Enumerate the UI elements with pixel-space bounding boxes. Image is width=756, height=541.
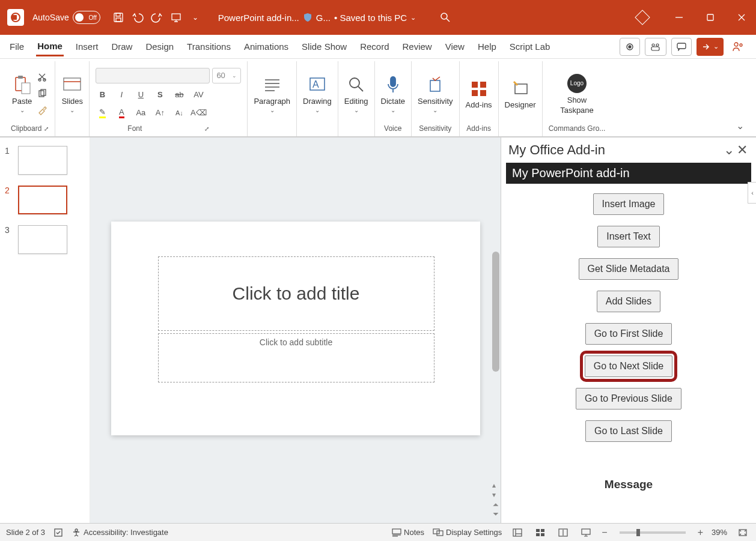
thumbnail-1[interactable]: 1 [5, 146, 85, 175]
addins-button[interactable]: Add-ins [466, 77, 492, 109]
document-name[interactable]: PowerPoint add-in... [218, 13, 299, 23]
add-slides-button[interactable]: Add Slides [597, 291, 661, 312]
tab-draw[interactable]: Draw [110, 38, 133, 55]
spellcheck-icon[interactable] [53, 528, 63, 537]
paragraph-button[interactable]: Paragraph ⌄ [254, 74, 290, 113]
nav-down-icon[interactable]: ▾ [492, 491, 499, 499]
save-icon[interactable] [112, 11, 124, 23]
slide-canvas[interactable]: Click to add title Click to add subtitle [111, 222, 480, 435]
taskpane-expand-icon[interactable]: ‹ [748, 182, 756, 204]
dictate-button[interactable]: Dictate ⌄ [381, 74, 405, 113]
collapse-ribbon-icon[interactable]: ⌄ [729, 115, 751, 136]
maximize-button[interactable] [703, 10, 718, 25]
nav-prev-icon[interactable]: ⏶ [492, 500, 499, 509]
editing-button[interactable]: Editing ⌄ [344, 74, 368, 113]
tab-slideshow[interactable]: Slide Show [300, 38, 348, 55]
accessibility-status[interactable]: Accessibility: Investigate [72, 528, 168, 537]
shrink-font-button[interactable]: A↓ [172, 106, 186, 119]
tab-scriptlab[interactable]: Script Lab [508, 38, 552, 55]
font-family-select[interactable] [96, 68, 210, 83]
paste-button[interactable]: Paste ⌄ [11, 74, 33, 113]
toggle-switch[interactable]: Off [73, 11, 100, 24]
shadow-button[interactable]: S [153, 88, 166, 101]
autosave-toggle[interactable]: AutoSave Off [32, 11, 100, 24]
copy-icon[interactable] [35, 87, 49, 100]
share-button[interactable]: ⌄ [697, 38, 724, 56]
subtitle-placeholder[interactable]: Click to add subtitle [158, 333, 434, 382]
nav-next-icon[interactable]: ⏷ [492, 510, 499, 518]
title-placeholder[interactable]: Click to add title [158, 256, 434, 331]
redo-icon[interactable] [151, 11, 163, 23]
underline-button[interactable]: U [134, 88, 147, 101]
drawing-button[interactable]: A Drawing ⌄ [303, 74, 332, 113]
zoom-in-icon[interactable]: + [698, 527, 703, 538]
zoom-slider[interactable] [620, 531, 686, 534]
dialog-launcher-icon[interactable]: ⤢ [44, 125, 49, 132]
taskpane-close-icon[interactable]: ✕ [736, 142, 749, 158]
character-spacing-button[interactable]: AV [192, 88, 205, 101]
zoom-level[interactable]: 39% [712, 528, 727, 537]
tab-help[interactable]: Help [477, 38, 498, 55]
thumbnail-2[interactable]: 2 [5, 186, 85, 214]
format-painter-icon[interactable] [35, 104, 49, 117]
clear-format-button[interactable]: A⌫ [192, 106, 205, 119]
sorter-view-icon[interactable] [533, 527, 547, 539]
goto-next-button[interactable]: Go to Next Slide [585, 355, 673, 377]
notes-button[interactable]: Notes [392, 528, 424, 537]
taskpane-menu-icon[interactable]: ⌄ [722, 142, 736, 158]
goto-last-button[interactable]: Go to Last Slide [585, 420, 672, 442]
tab-insert[interactable]: Insert [75, 38, 100, 55]
search-icon[interactable] [440, 12, 451, 23]
nav-up-icon[interactable]: ▴ [492, 481, 499, 489]
vertical-scrollbar[interactable] [492, 252, 499, 372]
saved-chevron-icon[interactable]: ⌄ [410, 14, 416, 22]
minimize-button[interactable] [672, 10, 686, 25]
font-size-select[interactable]: 60⌄ [212, 68, 241, 83]
tab-file[interactable]: File [8, 38, 25, 55]
slideshow-view-icon[interactable] [579, 527, 593, 539]
undo-icon[interactable] [132, 11, 144, 23]
goto-first-button[interactable]: Go to First Slide [585, 323, 672, 345]
cut-icon[interactable] [35, 70, 49, 83]
goto-prev-button[interactable]: Go to Previous Slide [576, 388, 681, 410]
dialog-launcher-icon[interactable]: ⤢ [204, 125, 209, 132]
tab-transitions[interactable]: Transitions [186, 38, 232, 55]
font-color-button[interactable]: A [115, 106, 128, 119]
tab-review[interactable]: Review [401, 38, 433, 55]
close-button[interactable] [734, 10, 749, 25]
slide-editor[interactable]: Click to add title Click to add subtitle… [90, 138, 501, 523]
tab-design[interactable]: Design [144, 38, 175, 55]
premium-icon[interactable] [637, 12, 648, 23]
reading-view-icon[interactable] [556, 527, 570, 539]
show-taskpane-button[interactable]: Logo Show Taskpane [560, 73, 594, 115]
camera-button[interactable] [620, 38, 640, 56]
thumbnail-3[interactable]: 3 [5, 225, 85, 254]
saved-status[interactable]: • Saved to this PC [334, 13, 407, 23]
fit-window-icon[interactable] [736, 527, 750, 539]
grow-font-button[interactable]: A↑ [153, 106, 166, 119]
insert-image-button[interactable]: Insert Image [593, 193, 665, 215]
normal-view-icon[interactable] [510, 527, 525, 539]
bold-button[interactable]: B [96, 88, 109, 101]
tab-view[interactable]: View [444, 38, 466, 55]
designer-button[interactable]: Designer [505, 77, 536, 109]
display-settings-button[interactable]: Display Settings [433, 528, 502, 537]
insert-text-button[interactable]: Insert Text [597, 226, 660, 247]
present-icon[interactable] [170, 11, 182, 23]
collab-icon[interactable] [728, 41, 748, 52]
teams-button[interactable] [645, 38, 666, 56]
strikethrough-button[interactable]: ab [172, 88, 186, 101]
qat-more-icon[interactable]: ⌄ [189, 11, 201, 23]
highlight-button[interactable]: ✎ [96, 106, 109, 119]
slides-button[interactable]: Slides ⌄ [61, 74, 83, 113]
zoom-out-icon[interactable]: − [602, 527, 607, 538]
change-case-button[interactable]: Aa [134, 106, 147, 119]
tab-animations[interactable]: Animations [243, 38, 290, 55]
slide-counter[interactable]: Slide 2 of 3 [6, 528, 45, 537]
sensitivity-button[interactable]: Sensitivity ⌄ [418, 74, 453, 113]
tab-home[interactable]: Home [36, 37, 64, 56]
get-metadata-button[interactable]: Get Slide Metadata [579, 258, 679, 280]
comments-button[interactable] [671, 38, 692, 56]
italic-button[interactable]: I [115, 88, 128, 101]
tab-record[interactable]: Record [359, 38, 390, 55]
